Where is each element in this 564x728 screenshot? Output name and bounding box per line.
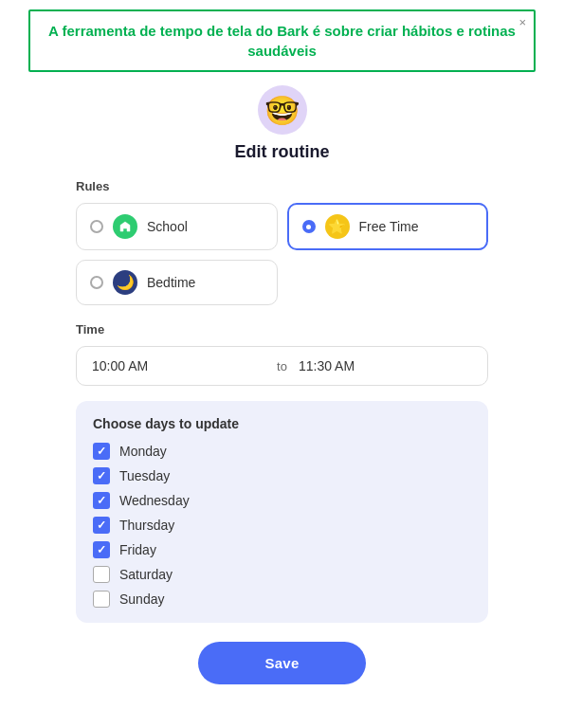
rule-radio-school [90,220,103,233]
checkbox-sunday[interactable] [93,591,110,608]
day-label-thursday: Thursday [119,518,174,533]
time-end[interactable]: 11:30 AM [299,358,472,373]
time-label: Time [76,322,488,337]
school-label: School [147,219,188,234]
rule-option-bedtime[interactable]: 🌙 Bedtime [76,260,278,305]
rule-radio-bedtime [90,276,103,289]
rule-option-freetime[interactable]: ⭐ Free Time [287,203,489,250]
checkbox-friday[interactable] [93,541,110,558]
day-label-saturday: Saturday [119,567,173,582]
banner-text: A ferramenta de tempo de tela do Bark é … [44,21,520,61]
days-section: Choose days to update Monday Tuesday Wed… [76,401,488,623]
school-icon [113,214,137,239]
freetime-icon: ⭐ [325,214,350,239]
day-label-wednesday: Wednesday [119,493,190,508]
day-row-thursday[interactable]: Thursday [93,517,471,534]
freetime-label: Free Time [359,219,419,234]
save-button-wrap: Save [76,642,488,684]
day-row-wednesday[interactable]: Wednesday [93,492,471,509]
time-section: Time 10:00 AM to 11:30 AM [76,322,488,386]
day-row-saturday[interactable]: Saturday [93,566,471,583]
page-title: Edit routine [76,142,488,162]
rule-radio-freetime [302,220,316,233]
day-label-tuesday: Tuesday [119,468,170,483]
rules-grid: School ⭐ Free Time 🌙 Bedtime [76,203,488,305]
time-row: 10:00 AM to 11:30 AM [76,346,488,386]
checkbox-tuesday[interactable] [93,467,110,484]
checkbox-wednesday[interactable] [93,492,110,509]
time-separator: to [277,359,287,373]
rules-label: Rules [76,179,488,193]
days-title: Choose days to update [93,416,471,431]
day-row-sunday[interactable]: Sunday [93,591,471,608]
avatar-wrap: 🤓 [76,85,488,135]
checkbox-thursday[interactable] [93,517,110,534]
edit-routine-card: 🤓 Edit routine Rules School ⭐ Free Time … [47,85,517,703]
banner-close-icon[interactable]: × [519,15,526,29]
day-label-sunday: Sunday [119,592,164,607]
bedtime-label: Bedtime [147,275,195,290]
day-label-monday: Monday [119,444,167,459]
avatar: 🤓 [258,85,307,135]
checkbox-saturday[interactable] [93,566,110,583]
day-row-monday[interactable]: Monday [93,443,471,460]
rule-option-school[interactable]: School [76,203,278,250]
day-row-friday[interactable]: Friday [93,541,471,558]
checkbox-monday[interactable] [93,443,110,460]
save-button[interactable]: Save [198,642,365,684]
banner: A ferramenta de tempo de tela do Bark é … [28,9,536,72]
day-row-tuesday[interactable]: Tuesday [93,467,471,484]
day-label-friday: Friday [119,542,156,557]
bedtime-icon: 🌙 [113,270,137,295]
time-start[interactable]: 10:00 AM [92,358,265,373]
